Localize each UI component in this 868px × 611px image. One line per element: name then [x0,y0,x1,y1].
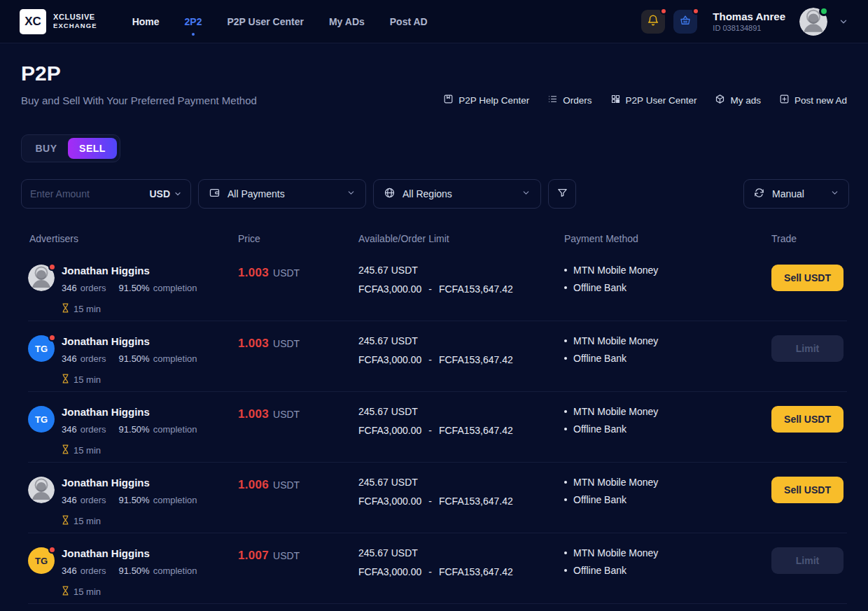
advertiser-avatar[interactable]: TG [28,547,55,574]
advertiser-name[interactable]: Jonathan Higgins [62,406,197,418]
basket-button[interactable] [673,10,697,34]
notifications-button[interactable] [641,10,665,34]
nav-item-2p2[interactable]: 2P2 [185,16,202,27]
advertiser-name[interactable]: Jonathan Higgins [62,477,197,489]
price-unit: USDT [273,267,300,279]
chevron-down-icon [174,190,182,198]
hourglass-icon [62,515,69,527]
advertiser-name[interactable]: Jonathan Higgins [62,265,197,276]
orders-list-icon [547,94,558,106]
available-cell: 245.67 USDT FCFA3,000.00 - FCFA153,647.4… [358,335,564,365]
advertiser-stats: 346 orders 91.50% completion [62,283,197,293]
wallet-icon [209,187,220,202]
brand-logo[interactable]: XC XCLUSIVE EXCHANGE [20,9,97,34]
advertiser-cell: TG Jonathan Higgins 346 orders 91.50% co… [28,406,238,456]
advertiser-name[interactable]: Jonathan Higgins [62,547,197,559]
filter-button[interactable] [548,179,576,209]
advertiser-avatar[interactable] [28,477,55,503]
amount-placeholder: Enter Amount [30,188,90,199]
bullet-icon [564,357,567,360]
advertiser-avatar[interactable]: TG [28,406,55,433]
limit-min: FCFA3,000.00 [358,425,421,436]
price-value: 1.003 [238,337,269,351]
completion-label: completion [153,283,197,293]
plus-square-icon [779,94,790,106]
price-value: 1.003 [238,266,269,280]
notification-dot [48,334,56,342]
advertiser-avatar[interactable]: TG [28,335,55,362]
payment-methods-cell: MTN Mobile Money Offline Bank [564,335,771,364]
orders-label: orders [80,283,106,293]
user-info[interactable]: Thomas Anree ID 038134891 [713,10,785,32]
completion-rate: 91.50% [119,283,150,293]
nav-item-my-ads[interactable]: My ADs [329,16,365,27]
trade-button[interactable]: Sell USDT [771,265,844,291]
payments-select[interactable]: All Payments [198,179,366,209]
trade-button[interactable]: Limit [771,335,844,362]
price-unit: USDT [273,479,300,491]
payment-method: Offline Bank [564,282,771,293]
trade-button[interactable]: Sell USDT [771,406,844,433]
advertiser-avatar[interactable] [28,265,55,291]
nav-item-home[interactable]: Home [132,16,160,27]
time-value: 15 min [74,304,101,314]
limit-max: FCFA153,647.42 [439,354,513,365]
payment-method: Offline Bank [564,494,771,505]
col-header-payment: Payment Method [564,233,771,244]
orders-label: orders [80,495,106,505]
bullet-icon [564,481,567,484]
bullet-icon [564,410,567,413]
payment-method: Offline Bank [564,423,771,435]
regions-select[interactable]: All Regions [373,179,541,209]
time-value: 15 min [74,516,101,526]
p2p-help-center-link[interactable]: P2P Help Center [443,94,529,106]
nav-item-p2p-user-center[interactable]: P2P User Center [227,16,303,27]
advertiser-stats: 346 orders 91.50% completion [62,424,197,435]
offers-list: Jonathan Higgins 346 orders 91.50% compl… [21,251,847,604]
hourglass-icon [62,444,69,456]
page-title: P2P [21,62,847,85]
buy-tab[interactable]: BUY [24,138,68,159]
limit-max: FCFA153,647.42 [439,283,513,295]
available-amount: 245.67 USDT [358,265,564,276]
col-header-trade: Trade [771,233,847,244]
payment-time-limit: 15 min [62,444,197,456]
limit-dash: - [428,283,432,295]
refresh-mode-select[interactable]: Manual [743,179,849,209]
available-amount: 245.67 USDT [358,547,564,559]
avatar-photo [28,477,55,503]
page-subtitle: Buy and Sell With Your Preferred Payment… [21,94,257,106]
advertiser-info: Jonathan Higgins 346 orders 91.50% compl… [62,477,197,527]
trade-button[interactable]: Sell USDT [771,477,844,503]
amount-input[interactable]: Enter Amount USD [21,179,191,209]
advertiser-name[interactable]: Jonathan Higgins [62,335,197,347]
trade-button[interactable]: Limit [771,547,844,574]
orders-label: orders [80,424,106,435]
orders-link[interactable]: Orders [547,94,592,106]
limit-dash: - [428,354,432,365]
price-cell: 1.003 USDT [238,406,358,421]
notification-badge [660,8,667,15]
regions-select-value: All Regions [402,188,452,199]
offer-row: Jonathan Higgins 346 orders 91.50% compl… [28,463,847,533]
my-ads-link[interactable]: My ads [715,94,761,106]
advertiser-info: Jonathan Higgins 346 orders 91.50% compl… [62,406,197,456]
payment-method: MTN Mobile Money [564,477,771,488]
quick-links: P2P Help Center Orders P2P User Center M… [443,94,847,106]
col-header-advertisers: Advertisers [28,233,238,244]
limit-min: FCFA3,000.00 [358,566,421,577]
p2p-user-center-link[interactable]: P2P User Center [610,94,697,106]
user-avatar[interactable] [799,8,827,36]
nav-item-post-ad[interactable]: Post AD [390,16,428,27]
package-icon [715,94,725,106]
price-cell: 1.007 USDT [238,547,358,563]
completion-rate: 91.50% [119,495,150,505]
user-name: Thomas Anree [713,10,785,22]
advertiser-info: Jonathan Higgins 346 orders 91.50% compl… [62,265,197,315]
post-new-ad-link[interactable]: Post new Ad [779,94,847,106]
sell-tab[interactable]: SELL [68,138,117,159]
chevron-down-icon[interactable] [839,17,848,27]
currency-select[interactable]: USD [149,188,182,199]
time-value: 15 min [74,374,101,385]
refresh-mode-value: Manual [772,188,804,199]
